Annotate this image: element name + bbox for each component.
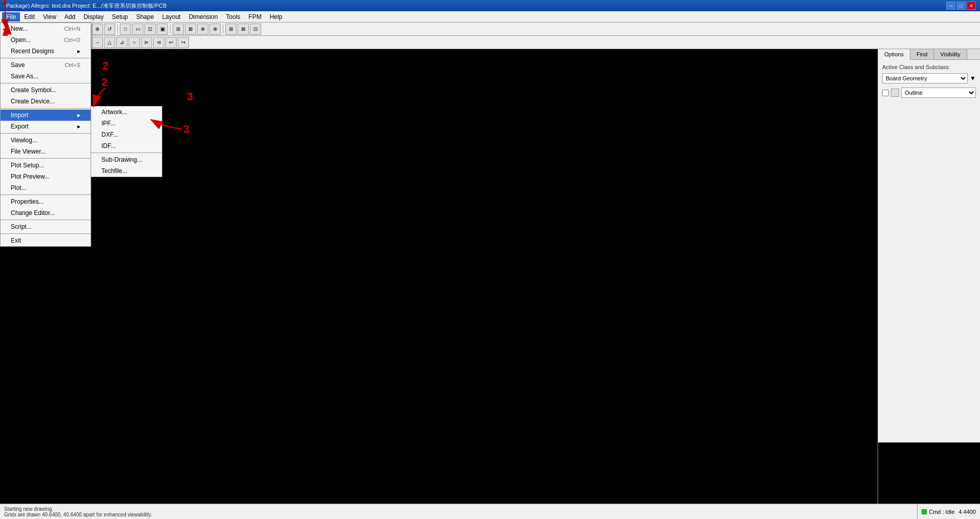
menu-changeeditor[interactable]: Change Editor... [1, 207, 91, 219]
toolbar-btn-t13[interactable]: ⊲ [153, 37, 164, 48]
menu-export-label: Export [11, 123, 29, 130]
menu-exit[interactable]: Exit [1, 235, 91, 246]
menu-item-view[interactable]: View [39, 12, 60, 21]
menu-open[interactable]: Open... Ctrl+O [1, 34, 91, 46]
menu-saveas[interactable]: Save As... [1, 71, 91, 82]
menu-item-help[interactable]: Help [266, 12, 287, 21]
menu-import[interactable]: Import [1, 110, 91, 121]
menu-item-edit[interactable]: Edit [20, 12, 39, 21]
menu-sep-8 [1, 233, 91, 234]
menu-new-label: New... [11, 25, 28, 32]
toolbar-btn-t8[interactable]: → [92, 37, 103, 48]
import-artwork[interactable]: Artwork... [91, 106, 162, 118]
status-cmd: Cmd : Idle [929, 509, 954, 515]
toolbar-btn-6[interactable]: ↺ [104, 24, 115, 35]
menu-item-shape[interactable]: Shape [132, 12, 158, 21]
menu-sep-6 [1, 194, 91, 195]
menu-save-shortcut: Ctrl+S [65, 62, 80, 68]
subclass-color-swatch[interactable] [891, 89, 899, 97]
import-dxf[interactable]: DXF... [91, 129, 162, 140]
menu-plot[interactable]: Plot... [1, 182, 91, 193]
menu-sep-3 [1, 108, 91, 109]
menu-item-setup[interactable]: Setup [108, 12, 132, 21]
menu-fileviewer[interactable]: File Viewer... [1, 146, 91, 157]
import-submenu: Artwork... IPF... DXF... IDF... Sub-Draw… [91, 106, 162, 177]
minimize-button[interactable]: ─ [946, 2, 955, 10]
menu-createsymbol[interactable]: Create Symbol... [1, 84, 91, 96]
import-sep-1 [91, 153, 162, 153]
menu-changeeditor-label: Change Editor... [11, 209, 55, 217]
tab-find[interactable]: Find [910, 49, 934, 59]
menu-item-dimension[interactable]: Dimension [185, 12, 222, 21]
import-techfile[interactable]: Techfile... [91, 165, 162, 177]
menu-item-layout[interactable]: Layout [158, 12, 185, 21]
menu-script[interactable]: Script... [1, 221, 91, 232]
toolbar-btn-t14[interactable]: ↩ [165, 37, 177, 48]
class-dropdown-arrow: ▼ [970, 75, 976, 82]
import-idf[interactable]: IDF... [91, 140, 162, 152]
toolbar-btn-8[interactable]: ▭ [132, 24, 143, 35]
toolbar-btn-5[interactable]: ⊕ [92, 24, 103, 35]
close-button[interactable]: ✕ [967, 2, 976, 10]
menu-item-fpm[interactable]: FPM [244, 12, 265, 21]
import-idf-label: IDF... [101, 142, 116, 149]
toolbar-btn-11[interactable]: ⊞ [173, 24, 184, 35]
toolbar-btn-13[interactable]: ⊗ [197, 24, 208, 35]
toolbar-btn-7[interactable]: □ [120, 24, 131, 35]
menu-item-display[interactable]: Display [79, 12, 108, 21]
menu-bar: File Edit View Add Display Setup Shape L… [0, 11, 980, 23]
class-dropdown[interactable]: Board Geometry [882, 73, 968, 83]
menu-script-label: Script... [11, 223, 32, 230]
menu-plotsetup[interactable]: Plot Setup... [1, 160, 91, 171]
toolbar-btn-15[interactable]: ⊞ [225, 24, 237, 35]
menu-createdevice[interactable]: Create Device... [1, 96, 91, 107]
toolbar-btn-t10[interactable]: ⊿ [116, 37, 127, 48]
import-subdrawing[interactable]: Sub-Drawing... [91, 154, 162, 165]
menu-save-label: Save [11, 61, 25, 69]
subclass-checkbox[interactable] [882, 90, 889, 96]
class-dropdown-row: Board Geometry ▼ [882, 73, 976, 83]
menu-recent[interactable]: Recent Designs [1, 46, 91, 57]
menu-item-add[interactable]: Add [60, 12, 79, 21]
import-ipf[interactable]: IPF... [91, 118, 162, 129]
toolbar-btn-14[interactable]: ⊕ [209, 24, 221, 35]
tab-visibility[interactable]: Visibility [934, 49, 967, 59]
toolbar-btn-t12[interactable]: ⊳ [141, 37, 152, 48]
toolbar-btn-17[interactable]: ⊡ [250, 24, 261, 35]
import-techfile-label: Techfile... [101, 167, 127, 175]
menu-export[interactable]: Export [1, 121, 91, 132]
status-line-2: Grids are drawn 40.6400, 40.6400 apart f… [4, 512, 913, 517]
status-messages: Starting new drawing. Grids are drawn 40… [0, 504, 917, 519]
toolbar-btn-16[interactable]: ⊠ [238, 24, 249, 35]
menu-properties[interactable]: Properties... [1, 196, 91, 207]
menu-item-file[interactable]: File [2, 12, 20, 21]
tab-options[interactable]: Options [878, 49, 910, 60]
subclass-dropdown[interactable]: Outline [901, 88, 976, 98]
menu-plotpreview-label: Plot Preview... [11, 173, 50, 180]
menu-plot-label: Plot... [11, 184, 27, 191]
toolbar-btn-10[interactable]: ▣ [157, 24, 168, 35]
menu-open-shortcut: Ctrl+O [64, 37, 80, 43]
import-dxf-label: DXF... [101, 131, 118, 138]
toolbar-btn-t11[interactable]: ○ [129, 37, 140, 48]
menu-new[interactable]: New... Ctrl+N [1, 23, 91, 34]
menu-item-tools[interactable]: Tools [222, 12, 244, 21]
status-coordinate: 4.4400 [958, 509, 976, 515]
file-menu-dropdown: New... Ctrl+N Open... Ctrl+O Recent Desi… [0, 23, 91, 247]
toolbar-btn-9[interactable]: ⊡ [144, 24, 156, 35]
toolbar-sep-4 [223, 25, 223, 34]
menu-recent-label: Recent Designs [11, 48, 54, 55]
panel-preview [878, 442, 980, 504]
active-class-label: Active Class and Subclass: [882, 64, 976, 70]
import-subdrawing-label: Sub-Drawing... [101, 156, 142, 163]
menu-plotpreview[interactable]: Plot Preview... [1, 171, 91, 182]
menu-viewlog[interactable]: Viewlog... [1, 135, 91, 146]
toolbar-btn-t15[interactable]: ↪ [178, 37, 189, 48]
menu-open-label: Open... [11, 36, 31, 44]
import-artwork-label: Artwork... [101, 109, 127, 116]
menu-save[interactable]: Save Ctrl+S [1, 59, 91, 71]
menu-properties-label: Properties... [11, 198, 44, 205]
toolbar-btn-12[interactable]: ⊠ [185, 24, 196, 35]
maximize-button[interactable]: □ [956, 2, 966, 10]
toolbar-btn-t9[interactable]: △ [104, 37, 115, 48]
